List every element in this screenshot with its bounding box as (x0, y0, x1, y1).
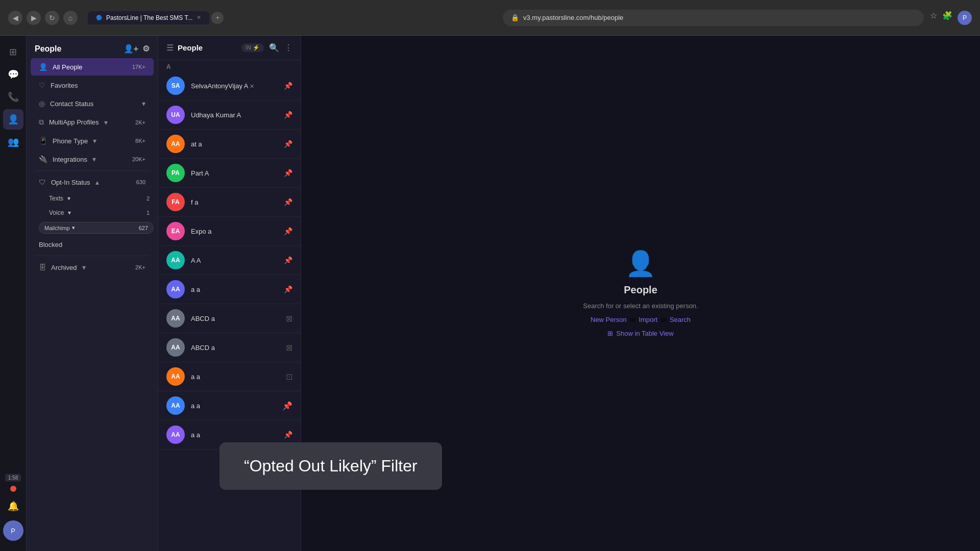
icon-groups[interactable]: 👥 (3, 132, 23, 152)
person-item-aa2[interactable]: AA a a 📌 (158, 275, 301, 304)
refresh-button[interactable]: ↻ (45, 11, 59, 25)
avatar-abcd1: AA (166, 309, 185, 328)
phone-type-count: 8K+ (135, 138, 145, 144)
sidebar-header: People 👤+ ⚙ (27, 36, 158, 58)
extension-icon[interactable]: 🧩 (942, 11, 952, 25)
icon-avatar[interactable]: P (3, 520, 23, 541)
person-icon-aa4: 📌 (282, 401, 292, 411)
person-pin-icon: 📌 (284, 82, 292, 90)
more-options-icon[interactable]: ⋮ (284, 43, 292, 53)
person-name-fa: f a (191, 198, 278, 206)
person-item-aa4[interactable]: AA a a 📌 (158, 391, 301, 420)
people-header-badge: IN ⚡ (241, 43, 264, 52)
integrations-count: 20K+ (132, 156, 145, 162)
sidebar-item-optin[interactable]: 🛡 Opt-In Status ▴ 630 (31, 173, 154, 191)
search-link[interactable]: Search (670, 316, 691, 323)
avatar-aa2: AA (166, 280, 185, 298)
avatar-fa: FA (166, 193, 185, 211)
lock-icon: 🔒 (511, 14, 519, 21)
forward-button[interactable]: ▶ (27, 11, 41, 25)
archived-icon: 🗄 (39, 263, 46, 271)
active-tab[interactable]: 🔵 PastorsLine | The Best SMS T... ✕ (88, 11, 209, 24)
mailchimp-badge[interactable]: Mailchimp ▾ 627 (39, 222, 154, 234)
sidebar-item-contact-status[interactable]: ◎ Contact Status ▾ (31, 95, 154, 112)
person-name-abcd2: ABCD a (191, 344, 280, 352)
profile-icon[interactable]: P (958, 11, 972, 25)
person-item-selvantony[interactable]: SA SelvaAntonyVijay A ✕ 📌 (158, 71, 301, 101)
empty-state-title: People (624, 284, 657, 296)
sidebar-sub-voice[interactable]: Voice ▾ 1 (27, 206, 158, 220)
icon-chat[interactable]: 💬 (3, 64, 23, 85)
new-person-link[interactable]: New Person (591, 316, 627, 323)
sidebar-item-integrations[interactable]: 🔌 Integrations ▾ 20K+ (31, 151, 154, 168)
archived-label: Archived (51, 264, 77, 271)
new-tab-button[interactable]: + (211, 12, 224, 24)
person-item-ata[interactable]: AA at a 📌 (158, 130, 301, 159)
address-bar[interactable]: 🔒 v3.my.pastorsline.com/hub/people (503, 10, 924, 26)
add-person-icon[interactable]: 👤+ (124, 44, 138, 54)
sidebar: People 👤+ ⚙ 👤 All People 17K+ ♡ Favorite… (27, 36, 158, 551)
texts-label: Texts (49, 195, 63, 202)
sidebar-item-phone-type[interactable]: 📱 Phone Type ▾ 8K+ (31, 132, 154, 149)
person-item-fa[interactable]: FA f a 📌 (158, 188, 301, 217)
chevron-up-icon-optin: ▴ (95, 178, 99, 186)
sidebar-item-archived[interactable]: 🗄 Archived ▾ 2K+ (31, 259, 154, 276)
person-icon-fa: 📌 (284, 198, 292, 206)
phone-type-label: Phone Type (53, 137, 88, 145)
icon-phone[interactable]: 📞 (3, 87, 23, 107)
avatar-aa3: AA (166, 367, 185, 386)
sidebar-title: People (35, 44, 61, 54)
person-icon-aa3: ⊡ (286, 372, 292, 382)
avatar-selvantony: SA (166, 77, 185, 95)
icon-grid[interactable]: ⊞ (3, 42, 23, 62)
voice-label: Voice (49, 209, 64, 216)
people-header-left: ☰ People (166, 43, 203, 53)
table-view-link[interactable]: ⊞ Show in Table View (607, 330, 673, 337)
chevron-down-icon-voice: ▾ (68, 209, 71, 216)
menu-icon[interactable]: ☰ (166, 43, 174, 53)
sidebar-header-icons: 👤+ ⚙ (124, 44, 150, 54)
people-list-title: People (178, 43, 203, 52)
empty-state-icon: 👤 (625, 249, 656, 278)
person-item-udhaya[interactable]: UA Udhaya Kumar A 📌 (158, 101, 301, 130)
tab-close[interactable]: ✕ (197, 14, 201, 21)
url-text: v3.my.pastorsline.com/hub/people (523, 14, 623, 21)
sidebar-item-multiapp[interactable]: ⧉ MultiApp Profiles ▾ 2K+ (31, 113, 154, 131)
chevron-down-icon-integrations: ▾ (92, 155, 96, 163)
app-container: ⊞ 💬 📞 👤 👥 1:58 🔔 P People 👤+ ⚙ 👤 All Peo… (0, 36, 980, 551)
icon-bell[interactable]: 🔔 (3, 496, 23, 516)
sidebar-item-blocked[interactable]: Blocked (31, 236, 154, 253)
person-item-abcd1[interactable]: AA ABCD a ⊠ (158, 304, 301, 333)
sidebar-item-all-people[interactable]: 👤 All People 17K+ (31, 58, 154, 76)
voice-count: 1 (146, 210, 150, 216)
tab-label: PastorsLine | The Best SMS T... (106, 14, 192, 21)
home-button[interactable]: ⌂ (63, 11, 78, 25)
sidebar-settings-icon[interactable]: ⚙ (142, 44, 150, 54)
chevron-down-icon-archived: ▾ (82, 263, 86, 271)
search-icon[interactable]: 🔍 (269, 43, 279, 53)
person-icon-aa5: 📌 (284, 431, 292, 439)
person-item-aa3[interactable]: AA a a ⊡ (158, 362, 301, 391)
back-button[interactable]: ◀ (8, 11, 22, 25)
all-people-count: 17K+ (132, 64, 145, 70)
icon-people[interactable]: 👤 (3, 109, 23, 130)
person-name-aa5: a a (191, 431, 278, 439)
bookmark-icon[interactable]: ☆ (930, 11, 937, 25)
optin-icon: 🛡 (39, 178, 46, 186)
browser-nav: ◀ ▶ ↻ ⌂ (8, 11, 78, 25)
person-item-aa1[interactable]: AA A A 📌 (158, 246, 301, 275)
person-item-abcd2[interactable]: AA ABCD a ⊠ (158, 333, 301, 362)
import-link[interactable]: Import (639, 316, 657, 323)
people-header-right: IN ⚡ 🔍 ⋮ (241, 43, 292, 53)
sidebar-item-favorites[interactable]: ♡ Favorites (31, 77, 154, 94)
person-item-expo[interactable]: EA Expo a 📌 (158, 217, 301, 246)
sidebar-sub-texts[interactable]: Texts ▾ 2 (27, 191, 158, 206)
person-name-ata: at a (191, 140, 278, 148)
chevron-down-icon-mailchimp: ▾ (72, 224, 75, 231)
person-name-aa4: a a (191, 402, 276, 410)
person-item-parta[interactable]: PA Part A 📌 (158, 159, 301, 188)
person-icon-abcd1: ⊠ (286, 314, 292, 323)
empty-state-links: New Person or Import or Search (591, 316, 691, 323)
person-icon-ata: 📌 (284, 140, 292, 148)
chevron-down-icon-phone: ▾ (93, 137, 96, 145)
